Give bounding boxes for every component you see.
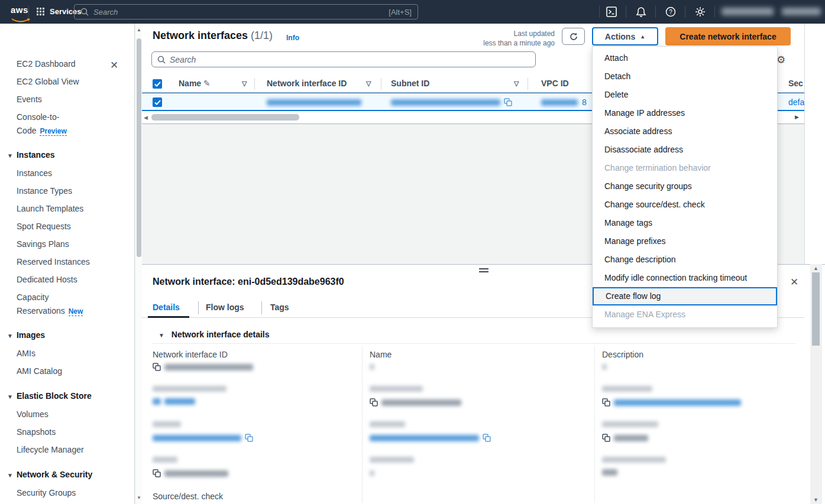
menu-item-change-description[interactable]: Change description <box>593 251 777 269</box>
menu-item-create-flow-log[interactable]: Create flow log <box>593 287 777 305</box>
scroll-down-icon[interactable]: ▼ <box>813 497 818 503</box>
menu-item-manage-ip-addresses[interactable]: Manage IP addresses <box>593 104 777 122</box>
column-header-name[interactable]: Name ✎ <box>179 79 211 88</box>
tab-flow-logs[interactable]: Flow logs <box>206 303 244 312</box>
redacted-link[interactable] <box>153 435 241 441</box>
column-header-subnet-id[interactable]: Subnet ID <box>391 79 429 88</box>
sidebar-item-instances[interactable]: Instances <box>17 168 52 178</box>
region-selector[interactable] <box>722 8 774 15</box>
menu-item-delete[interactable]: Delete <box>593 86 777 104</box>
notifications-bell-icon[interactable] <box>636 6 646 17</box>
sort-icon-name[interactable]: ▽ <box>242 80 247 87</box>
table-settings-gear-icon[interactable]: ⚙ <box>777 54 785 66</box>
sidebar-item-ec2-global-view[interactable]: EC2 Global View <box>17 77 79 86</box>
settings-gear-icon[interactable] <box>695 6 706 17</box>
sidebar-item-reserved-instances[interactable]: Reserved Instances <box>17 257 90 266</box>
sidebar-section-network-security[interactable]: ▼Network & Security <box>7 470 92 479</box>
new-badge[interactable]: New <box>69 307 83 316</box>
sidebar-item-lifecycle-manager[interactable]: Lifecycle Manager <box>17 445 84 454</box>
info-link[interactable]: Info <box>286 34 299 42</box>
cloudshell-icon[interactable] <box>606 6 617 17</box>
sidebar-item-console-to-code-2[interactable]: CodePreview <box>17 126 67 135</box>
copy-icon[interactable] <box>245 434 253 442</box>
row-checkbox[interactable] <box>153 97 162 107</box>
menu-item-manage-prefixes[interactable]: Manage prefixes <box>593 232 777 251</box>
menu-item-change-source-dest-check[interactable]: Change source/dest. check <box>593 196 777 214</box>
sidebar-close-icon[interactable]: ✕ <box>110 59 118 71</box>
sidebar-scrollbar[interactable]: ▲ ▼ <box>135 24 142 504</box>
sidebar-section-images[interactable]: ▼Images <box>7 330 45 340</box>
sidebar-item-savings-plans[interactable]: Savings Plans <box>17 239 69 249</box>
details-section-header[interactable]: ▼ Network interface details <box>158 330 270 339</box>
column-divider[interactable] <box>254 78 255 90</box>
column-divider[interactable] <box>381 78 381 90</box>
sidebar-item-console-to-code[interactable]: Console-to- <box>17 112 59 122</box>
column-divider[interactable] <box>528 78 528 90</box>
sidebar-item-ami-catalog[interactable]: AMI Catalog <box>17 366 62 376</box>
global-search-input[interactable] <box>93 8 384 17</box>
aws-logo[interactable]: aws <box>11 5 31 19</box>
details-close-icon[interactable]: ✕ <box>790 276 798 288</box>
redacted-link[interactable] <box>614 399 741 406</box>
vpc-id-fragment[interactable]: 8 <box>582 97 587 107</box>
menu-item-modify-idle-connection-tracking-timeout[interactable]: Modify idle connection tracking timeout <box>593 269 777 287</box>
copy-icon[interactable] <box>370 398 378 407</box>
scroll-down-icon[interactable]: ▼ <box>137 495 141 500</box>
copy-icon[interactable] <box>153 469 161 477</box>
menu-item-attach[interactable]: Attach <box>593 49 777 67</box>
preview-badge[interactable]: Preview <box>40 127 66 136</box>
sidebar-item-spot-requests[interactable]: Spot Requests <box>17 222 71 231</box>
column-header-vpc-id[interactable]: VPC ID <box>541 79 569 88</box>
copy-icon[interactable] <box>483 434 491 442</box>
column-header-network-interface-id[interactable]: Network interface ID <box>267 79 347 88</box>
scroll-up-icon[interactable]: ▲ <box>813 265 818 271</box>
actions-button[interactable]: Actions ▲ <box>592 27 658 45</box>
sidebar-item-dedicated-hosts[interactable]: Dedicated Hosts <box>17 275 77 284</box>
scrollbar-thumb[interactable] <box>137 38 141 257</box>
redacted-link[interactable] <box>370 435 479 441</box>
subnet-id-link-redacted[interactable] <box>391 99 500 106</box>
sidebar-item-instance-types[interactable]: Instance Types <box>17 186 72 196</box>
column-header-security-groups[interactable]: Sec <box>788 79 803 88</box>
sidebar-item-capacity[interactable]: Capacity <box>17 292 48 302</box>
copy-icon[interactable] <box>602 398 610 407</box>
tab-tags[interactable]: Tags <box>270 303 289 312</box>
menu-item-change-security-groups[interactable]: Change security groups <box>593 177 777 196</box>
sidebar-item-capacity-reservations[interactable]: ReservationsNew <box>17 306 83 316</box>
sidebar-section-instances[interactable]: ▼Instances <box>7 150 55 160</box>
select-all-checkbox[interactable] <box>153 79 162 89</box>
menu-item-associate-address[interactable]: Associate address <box>593 122 777 141</box>
menu-item-detach[interactable]: Detach <box>593 67 777 86</box>
services-grid-icon[interactable] <box>37 8 45 16</box>
sidebar-item-ec2-dashboard[interactable]: EC2 Dashboard <box>17 59 76 69</box>
sidebar-item-events[interactable]: Events <box>17 95 42 104</box>
scroll-left-icon[interactable]: ◀ <box>144 115 148 121</box>
copy-icon[interactable] <box>602 434 610 442</box>
scrollbar-thumb[interactable] <box>151 114 299 121</box>
eni-id-link-redacted[interactable] <box>267 99 361 106</box>
refresh-button[interactable] <box>562 28 585 45</box>
global-search[interactable]: [Alt+S] <box>74 4 418 19</box>
details-vertical-scrollbar[interactable]: ▲ ▼ <box>810 264 822 504</box>
sort-icon-eni-id[interactable]: ▽ <box>366 80 371 87</box>
redacted-link[interactable] <box>164 398 195 405</box>
menu-item-disassociate-address[interactable]: Disassociate address <box>593 141 777 159</box>
account-menu[interactable] <box>782 8 821 15</box>
sort-icon-subnet-id[interactable]: ▽ <box>514 80 519 87</box>
create-network-interface-button[interactable]: Create network interface <box>665 27 791 45</box>
table-filter[interactable] <box>151 51 536 67</box>
copy-icon[interactable] <box>504 98 512 106</box>
security-group-link[interactable]: defa <box>788 97 804 107</box>
sidebar-item-amis[interactable]: AMIs <box>17 349 35 358</box>
copy-icon[interactable] <box>153 363 161 371</box>
table-filter-input[interactable] <box>170 55 530 64</box>
vpc-id-link-redacted[interactable] <box>541 99 578 106</box>
panel-resize-handle[interactable] <box>479 268 488 274</box>
sidebar-item-snapshots[interactable]: Snapshots <box>17 427 56 437</box>
sidebar-section-elastic-block-store[interactable]: ▼Elastic Block Store <box>7 391 92 401</box>
sidebar-item-launch-templates[interactable]: Launch Templates <box>17 204 83 213</box>
scroll-right-icon[interactable]: ▶ <box>795 114 799 120</box>
tab-details[interactable]: Details <box>153 303 180 312</box>
sidebar-item-volumes[interactable]: Volumes <box>17 409 48 419</box>
menu-item-manage-tags[interactable]: Manage tags <box>593 214 777 232</box>
